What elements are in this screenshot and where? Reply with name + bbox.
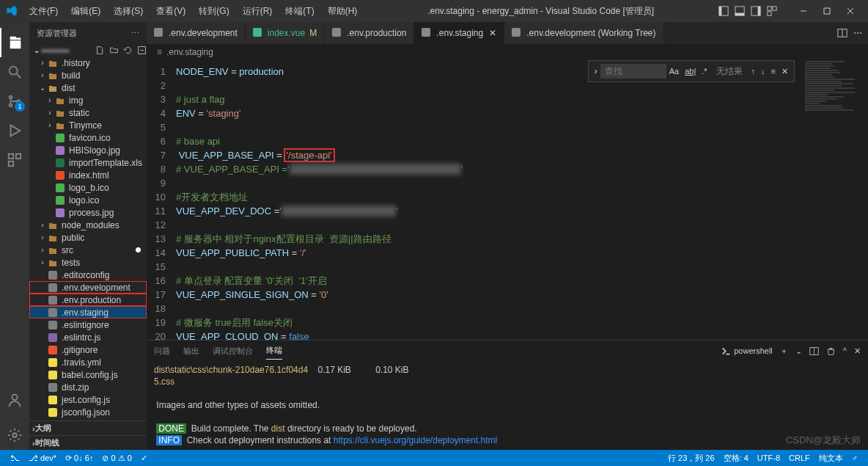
terminal-trash-icon[interactable]: [826, 346, 836, 356]
sb-check[interactable]: ✓: [136, 454, 152, 463]
minimap[interactable]: [802, 60, 868, 340]
tree-item[interactable]: process.jpg: [29, 206, 147, 219]
tree-item[interactable]: .editorconfig: [29, 269, 147, 281]
maximize-button[interactable]: [815, 0, 839, 22]
menu-item[interactable]: 运行(R): [237, 2, 279, 21]
find-whole-word[interactable]: ab|: [682, 67, 699, 76]
sb-lang[interactable]: 纯文本: [814, 453, 847, 464]
activity-scm[interactable]: 1: [0, 87, 29, 116]
panel-tab[interactable]: 问题: [154, 343, 170, 360]
panel-tab[interactable]: 调试控制台: [213, 343, 253, 360]
layout-bottom-icon[interactable]: [735, 6, 745, 16]
terminal-shell-picker[interactable]: powershell: [721, 346, 773, 356]
activity-extensions[interactable]: [0, 145, 29, 175]
tree-item[interactable]: .env.production: [29, 294, 147, 306]
activity-search[interactable]: [0, 57, 29, 87]
menu-item[interactable]: 查看(V): [150, 2, 191, 21]
breadcrumb[interactable]: ≡ .env.staging: [147, 44, 868, 60]
menu-item[interactable]: 编辑(E): [65, 2, 106, 21]
tree-item[interactable]: ›src: [29, 244, 147, 256]
new-folder-icon[interactable]: [109, 45, 119, 55]
tree-item[interactable]: ⌄dist: [29, 81, 147, 94]
refresh-icon[interactable]: [123, 45, 133, 55]
tree-item[interactable]: index.html: [29, 169, 147, 181]
panel-close-icon[interactable]: ✕: [854, 346, 861, 356]
tree-item[interactable]: ›build: [29, 69, 147, 81]
tab-close-icon[interactable]: ✕: [489, 28, 496, 38]
new-file-icon[interactable]: [95, 45, 105, 55]
find-next[interactable]: ↓: [758, 67, 768, 76]
tree-item[interactable]: logo.ico: [29, 194, 147, 206]
tree-item[interactable]: ›node_modules: [29, 219, 147, 231]
sb-encoding[interactable]: UTF-8: [753, 453, 784, 464]
find-close[interactable]: ✕: [779, 67, 791, 76]
activity-settings[interactable]: [0, 421, 29, 450]
menu-item[interactable]: 文件(F): [23, 2, 64, 21]
editor-body[interactable]: › Aa ab| .* 无结果 ↑ ↓ ≡ ✕ 1234567891011121…: [147, 60, 868, 340]
split-editor-icon[interactable]: [837, 28, 847, 38]
collapse-icon[interactable]: [137, 45, 147, 55]
editor-tab[interactable]: .env.staging✕: [414, 22, 504, 44]
tree-item[interactable]: ›.history: [29, 57, 147, 69]
tree-item[interactable]: babel.config.js: [29, 368, 147, 381]
sb-feedback[interactable]: ♂: [847, 453, 862, 464]
tree-item[interactable]: ›tests: [29, 256, 147, 269]
tree-item[interactable]: .env.staging: [29, 306, 147, 318]
layout-panel-icon[interactable]: [718, 6, 729, 16]
sb-eol[interactable]: CRLF: [784, 453, 814, 464]
terminal-dropdown-icon[interactable]: ⌄: [795, 346, 802, 356]
project-root-row[interactable]: ⌄ ▪▪▪▪▪▪▪▪▪: [29, 44, 147, 57]
find-input[interactable]: [600, 64, 666, 79]
terminal-split-icon[interactable]: [809, 346, 819, 356]
find-regex[interactable]: .*: [699, 67, 710, 76]
sidebar-more-icon[interactable]: ⋯: [131, 29, 139, 38]
tree-item[interactable]: jsconfig.json: [29, 406, 147, 418]
tree-item[interactable]: .eslintignore: [29, 318, 147, 331]
editor-tab[interactable]: index.vueM: [246, 22, 325, 44]
sb-indent[interactable]: 空格: 4: [719, 453, 753, 464]
tree-item[interactable]: ›img: [29, 94, 147, 106]
menu-item[interactable]: 帮助(H): [322, 2, 364, 21]
menu-item[interactable]: 选择(S): [108, 2, 149, 21]
tree-item[interactable]: .eslintrc.js: [29, 331, 147, 343]
tree-item[interactable]: .gitignore: [29, 343, 147, 356]
sb-sync[interactable]: ⟳ 0↓ 6↑: [61, 454, 98, 463]
tree-item[interactable]: ›Tinymce: [29, 119, 147, 131]
panel-tab[interactable]: 输出: [183, 343, 199, 360]
editor-tab[interactable]: .env.production: [325, 22, 414, 44]
terminal-new-icon[interactable]: ＋: [780, 346, 788, 357]
tree-item[interactable]: jest.config.js: [29, 393, 147, 406]
tree-item[interactable]: logo_b.ico: [29, 181, 147, 194]
menu-item[interactable]: 终端(T): [279, 2, 320, 21]
close-button[interactable]: [839, 0, 862, 22]
timeline-section[interactable]: ›时间线: [29, 435, 147, 450]
terminal-content[interactable]: dist\static\css\chunk-210dae76.1cf04d4 0…: [147, 361, 868, 450]
tree-item[interactable]: .travis.yml: [29, 356, 147, 368]
editor-tab[interactable]: .env.development (Working Tree): [504, 22, 663, 44]
tree-item[interactable]: favicon.ico: [29, 131, 147, 144]
tree-item[interactable]: ›public: [29, 231, 147, 244]
menu-item[interactable]: 转到(G): [193, 2, 235, 21]
layout-right-icon[interactable]: [751, 6, 761, 16]
minimize-button[interactable]: [792, 0, 815, 22]
tab-more-icon[interactable]: ⋯: [853, 28, 862, 38]
tree-item[interactable]: HBISlogo.jpg: [29, 144, 147, 156]
code-content[interactable]: NODE_ENV = production # just a flagENV =…: [176, 60, 802, 340]
find-prev[interactable]: ↑: [749, 67, 759, 76]
panel-maximize-icon[interactable]: ^: [843, 346, 847, 355]
find-toggle-replace[interactable]: ›: [592, 66, 600, 76]
activity-explorer[interactable]: [0, 28, 29, 57]
find-match-case[interactable]: Aa: [666, 67, 682, 76]
tree-item[interactable]: dist.zip: [29, 381, 147, 393]
tree-item[interactable]: ›static: [29, 106, 147, 119]
outline-section[interactable]: ›大纲: [29, 421, 147, 435]
find-in-selection[interactable]: ≡: [768, 67, 779, 76]
tree-item[interactable]: .env.development: [29, 281, 147, 294]
editor-tab[interactable]: .env.development: [147, 22, 246, 44]
panel-tab[interactable]: 终端: [266, 342, 282, 360]
sb-branch[interactable]: ⎇dev*: [24, 454, 61, 463]
sb-problems[interactable]: ⊘ 0 ⚠ 0: [98, 454, 136, 463]
tree-item[interactable]: importTemplate.xls: [29, 156, 147, 169]
sb-remote[interactable]: ⎇: [6, 454, 24, 463]
sb-linecol[interactable]: 行 23，列 26: [663, 453, 719, 464]
